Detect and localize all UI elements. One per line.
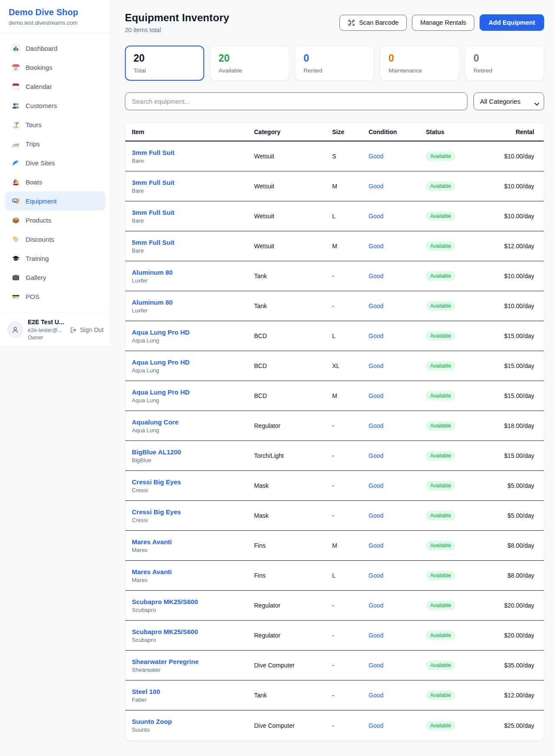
item-name-link[interactable]: 3mm Full Suit [132, 209, 254, 216]
sidebar-item-boats[interactable]: Boats [5, 172, 105, 191]
sidebar-item-dashboard[interactable]: Dashboard [5, 39, 105, 58]
stat-card-maintenance[interactable]: 0 Maintenance [380, 46, 459, 81]
stat-card-available[interactable]: 20 Available [210, 46, 289, 81]
stat-card-rented[interactable]: 0 Rented [295, 46, 374, 81]
item-condition-link[interactable]: Good [369, 273, 426, 279]
column-header-category: Category [254, 128, 332, 135]
item-condition-link[interactable]: Good [369, 542, 426, 549]
item-name-link[interactable]: Aqua Lung Pro HD [132, 329, 254, 336]
item-condition-link[interactable]: Good [369, 183, 426, 190]
item-condition-link[interactable]: Good [369, 722, 426, 729]
item-size: - [332, 512, 369, 519]
item-condition-link[interactable]: Good [369, 302, 426, 309]
sidebar-item-tours[interactable]: Tours [5, 115, 105, 134]
training-icon [11, 254, 20, 263]
sidebar-item-gallery[interactable]: Gallery [5, 268, 105, 287]
table-row: Mares Avanti Mares Fins L Good Available… [125, 561, 544, 591]
table-row: Aluminum 80 Luxfer Tank - Good Available… [125, 261, 544, 291]
item-condition-link[interactable]: Good [369, 572, 426, 579]
stat-card-retired[interactable]: 0 Retired [465, 46, 544, 81]
item-condition-link[interactable]: Good [369, 362, 426, 369]
item-name-link[interactable]: 5mm Full Suit [132, 239, 254, 246]
item-category: Regulator [254, 602, 332, 609]
stat-card-total[interactable]: 20 Total [125, 46, 204, 81]
item-name-link[interactable]: Cressi Big Eyes [132, 478, 254, 486]
search-input[interactable] [125, 92, 467, 110]
table-row: Suunto Zoop Suunto Dive Computer - Good … [125, 710, 544, 740]
item-name-link[interactable]: Shearwater Peregrine [132, 658, 254, 665]
table-row: Cressi Big Eyes Cressi Mask - Good Avail… [125, 501, 544, 531]
page-header: Equipment Inventory 20 items total Scan … [125, 12, 544, 33]
sidebar-item-trips[interactable]: Trips [5, 134, 105, 153]
item-condition-link[interactable]: Good [369, 482, 426, 489]
item-name-link[interactable]: Mares Avanti [132, 538, 254, 546]
item-name-link[interactable]: Aqua Lung Pro HD [132, 358, 254, 366]
sidebar-item-dive-sites[interactable]: Dive Sites [5, 153, 105, 172]
item-condition-link[interactable]: Good [369, 632, 426, 639]
brand-name[interactable]: Demo Dive Shop [9, 7, 102, 17]
item-condition-link[interactable]: Good [369, 243, 426, 250]
item-condition-link[interactable]: Good [369, 422, 426, 429]
status-badge: Available [426, 301, 455, 311]
category-select[interactable]: All Categories [473, 92, 544, 110]
sidebar-item-calendar[interactable]: Calendar [5, 77, 105, 96]
item-size: - [332, 602, 369, 609]
manage-rentals-button[interactable]: Manage Rentals [412, 15, 474, 31]
item-category: BCD [254, 392, 332, 399]
item-condition-link[interactable]: Good [369, 602, 426, 609]
item-brand: Aqua Lung [132, 397, 254, 404]
item-condition-link[interactable]: Good [369, 692, 426, 699]
sidebar-item-products[interactable]: Products [5, 210, 105, 230]
sign-out-button[interactable]: Sign Out [70, 326, 104, 334]
item-condition-link[interactable]: Good [369, 392, 426, 399]
item-name-link[interactable]: Scubapro MK25/S600 [132, 628, 254, 635]
item-name-link[interactable]: 3mm Full Suit [132, 179, 254, 186]
item-rental-rate: $10.00/day [492, 273, 534, 279]
item-name-link[interactable]: Aqualung Core [132, 418, 254, 426]
item-rental-rate: $15.00/day [492, 392, 534, 399]
item-size: M [332, 183, 369, 190]
item-condition-link[interactable]: Good [369, 452, 426, 459]
equipment-icon [11, 197, 20, 205]
filter-row: All Categories [125, 92, 544, 110]
sidebar-item-customers[interactable]: Customers [5, 96, 105, 115]
scan-barcode-button[interactable]: Scan Barcode [340, 15, 407, 31]
tours-icon [11, 120, 20, 129]
stat-label: Available [219, 67, 281, 74]
item-brand: Bare [132, 217, 254, 224]
status-badge: Available [426, 481, 455, 490]
item-rental-rate: $12.00/day [492, 692, 534, 699]
brand: Demo Dive Shop demo.test.divestreams.com [0, 0, 111, 33]
item-condition-link[interactable]: Good [369, 332, 426, 339]
item-name-link[interactable]: Mares Avanti [132, 568, 254, 575]
item-condition-link[interactable]: Good [369, 213, 426, 220]
pos-icon [11, 292, 20, 301]
item-condition-link[interactable]: Good [369, 662, 426, 669]
status-badge: Available [426, 690, 455, 700]
item-name-link[interactable]: Scubapro MK25/S600 [132, 598, 254, 605]
gallery-icon [11, 273, 20, 282]
item-name-link[interactable]: Aluminum 80 [132, 299, 254, 306]
item-name-link[interactable]: Aluminum 80 [132, 269, 254, 276]
sidebar-item-pos[interactable]: POS [5, 287, 105, 306]
item-name-link[interactable]: BigBlue AL1200 [132, 448, 254, 456]
item-name-link[interactable]: Cressi Big Eyes [132, 508, 254, 516]
column-header-status: Status [426, 128, 492, 135]
item-condition-link[interactable]: Good [369, 153, 426, 160]
item-brand: Cressi [132, 517, 254, 523]
products-icon [11, 216, 20, 224]
item-size: XL [332, 362, 369, 369]
status-badge: Available [426, 271, 455, 281]
sidebar-item-bookings[interactable]: 17 Bookings [5, 58, 105, 77]
sidebar-item-equipment[interactable]: Equipment [5, 191, 105, 210]
item-size: - [332, 302, 369, 309]
sidebar-item-discounts[interactable]: Discounts [5, 230, 105, 249]
item-condition-link[interactable]: Good [369, 512, 426, 519]
sidebar-item-training[interactable]: Training [5, 249, 105, 268]
add-equipment-button[interactable]: Add Equipment [480, 14, 544, 31]
item-name-link[interactable]: 3mm Full Suit [132, 149, 254, 156]
item-name-link[interactable]: Steel 100 [132, 688, 254, 695]
item-name-link[interactable]: Aqua Lung Pro HD [132, 388, 254, 396]
user-role: Owner [28, 335, 64, 341]
item-name-link[interactable]: Suunto Zoop [132, 718, 254, 725]
